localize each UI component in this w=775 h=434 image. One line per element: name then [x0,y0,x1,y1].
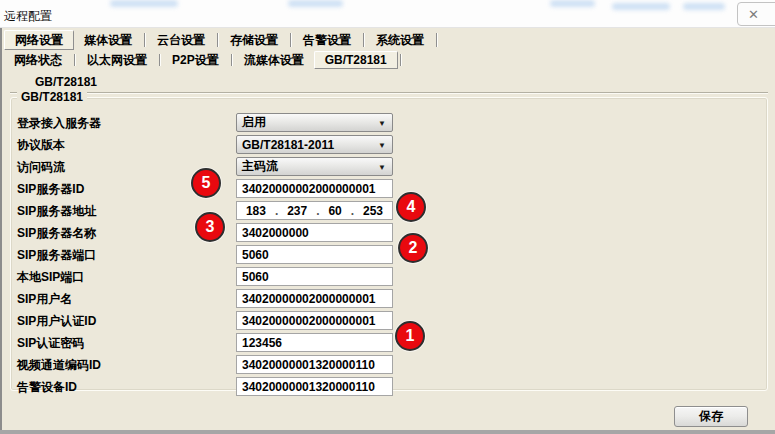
background-blur-artifact [612,3,670,10]
close-button[interactable]: ✕ [737,2,775,26]
window-title: 远程配置 [4,8,52,25]
field-label: 视频通道编码ID [17,357,101,373]
tab-network-status[interactable]: 网络状态 [4,51,72,69]
video-channel-id-input[interactable] [236,355,393,374]
field-label: SIP用户名 [17,291,72,307]
tab-streaming-media-settings[interactable]: 流媒体设置 [234,51,314,69]
tab-label: 存储设置 [230,32,278,49]
background-blur-artifact [288,0,343,7]
login-server-select[interactable]: 启用 ▼ [236,113,393,132]
ip-octet: 183 [246,204,266,218]
background-blur-artifact [110,0,178,7]
form-row: 视频通道编码ID [11,355,769,375]
form-row: SIP认证密码 [11,333,769,353]
background-blur-artifact [550,0,595,7]
ip-octet: 253 [363,204,383,218]
annotation-badge-1: 1 [395,321,425,351]
chevron-down-icon: ▼ [378,141,386,150]
tab-label: 网络状态 [14,52,62,69]
field-label: SIP服务器ID [17,181,84,197]
window-bottom-edge [0,430,775,434]
tab-separator [400,54,401,66]
select-value: GB/T28181-2011 [242,138,334,152]
field-label: 访问码流 [17,159,65,175]
tab-bar-level1: 网络设置 媒体设置 云台设置 存储设置 告警设置 系统设置 [4,30,439,50]
sip-server-name-input[interactable] [236,223,393,242]
chevron-down-icon: ▼ [378,119,386,128]
select-value: 主码流 [242,158,278,175]
background-blur-artifact [683,3,725,10]
tab-separator [290,33,291,47]
close-icon: ✕ [748,7,759,22]
form-row: 访问码流 主码流 ▼ [11,157,769,177]
alarm-device-id-input[interactable] [236,377,393,396]
annotation-badge-2: 2 [398,233,428,263]
tab-alarm-settings[interactable]: 告警设置 [293,30,361,50]
tab-bar-level2: 网络状态 以太网设置 P2P设置 流媒体设置 GB/T28181 [4,51,403,69]
tab-separator [159,54,160,66]
tab-network-settings[interactable]: 网络设置 [4,30,74,50]
tab-media-settings[interactable]: 媒体设置 [74,30,142,50]
sip-server-id-input[interactable] [236,179,393,198]
form-row: SIP服务器名称 [11,223,769,243]
separator-line [10,92,768,94]
tab-separator [74,54,75,66]
tab-label: 网络设置 [15,32,63,49]
sip-server-port-input[interactable] [236,245,393,264]
ip-dot: . [351,204,354,218]
form-row: SIP用户名 [11,289,769,309]
gbt28181-groupbox: GB/T28181 登录接入服务器 启用 ▼ 协议版本 GB/T28181-20… [10,97,768,391]
tab-system-settings[interactable]: 系统设置 [366,30,434,50]
dialog-body: 网络设置 媒体设置 云台设置 存储设置 告警设置 系统设置 网络状态 以太网设置… [0,28,775,430]
field-label: 协议版本 [17,137,65,153]
field-label: 本地SIP端口 [17,269,84,285]
tab-label: 云台设置 [157,32,205,49]
tab-label: 流媒体设置 [244,52,304,69]
field-label: 登录接入服务器 [17,115,101,131]
field-label: SIP用户认证ID [17,313,96,329]
protocol-version-select[interactable]: GB/T28181-2011 ▼ [236,135,393,154]
form-row: 协议版本 GB/T28181-2011 ▼ [11,135,769,155]
field-label: SIP服务器地址 [17,203,96,219]
sip-auth-password-input[interactable] [236,333,393,352]
form-row: SIP服务器地址 183 . 237 . 60 . 253 [11,201,769,221]
remote-config-dialog: 远程配置 ✕ 网络设置 媒体设置 云台设置 存储设置 告警设置 系统设置 网络状… [0,0,775,430]
tab-ptz-settings[interactable]: 云台设置 [147,30,215,50]
save-button[interactable]: 保存 [674,406,748,427]
local-sip-port-input[interactable] [236,267,393,286]
sip-username-input[interactable] [236,289,393,308]
tab-separator [436,33,437,47]
ip-dot: . [316,204,319,218]
field-label: SIP认证密码 [17,335,84,351]
ip-octet: 60 [328,204,341,218]
tab-gbt28181[interactable]: GB/T28181 [314,51,398,69]
tab-label: P2P设置 [172,52,219,69]
form-row: SIP服务器ID [11,179,769,199]
chevron-down-icon: ▼ [378,163,386,172]
field-label: SIP服务器端口 [17,247,96,263]
tab-separator [231,54,232,66]
form-row: 告警设备ID [11,377,769,397]
tab-separator [144,33,145,47]
form-row: SIP用户认证ID [11,311,769,331]
title-bar: 远程配置 ✕ [0,0,775,28]
page-header: GB/T28181 [35,75,97,89]
ip-octet: 237 [287,204,307,218]
sip-server-address-input[interactable]: 183 . 237 . 60 . 253 [236,201,393,220]
field-label: 告警设备ID [17,379,77,395]
access-stream-select[interactable]: 主码流 ▼ [236,157,393,176]
groupbox-legend: GB/T28181 [17,90,87,104]
annotation-badge-5: 5 [191,168,221,198]
tab-ethernet-settings[interactable]: 以太网设置 [77,51,157,69]
ip-dot: . [275,204,278,218]
tab-label: 媒体设置 [84,32,132,49]
field-label: SIP服务器名称 [17,225,96,241]
tab-label: 系统设置 [376,32,424,49]
tab-label: 以太网设置 [87,52,147,69]
form-row: 本地SIP端口 [11,267,769,287]
tab-storage-settings[interactable]: 存储设置 [220,30,288,50]
form-row: SIP服务器端口 [11,245,769,265]
sip-user-auth-id-input[interactable] [236,311,393,330]
tab-separator [217,33,218,47]
tab-p2p-settings[interactable]: P2P设置 [162,51,229,69]
